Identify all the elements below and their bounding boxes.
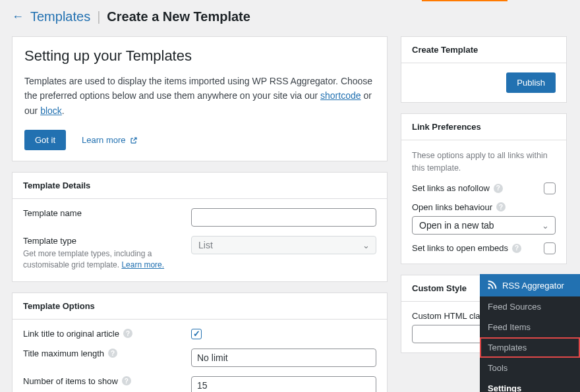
learn-more-link[interactable]: Learn more (82, 135, 137, 145)
create-template-heading: Create Template (401, 37, 566, 63)
template-name-label: Template name (23, 208, 191, 218)
admin-menu-item-templates[interactable]: Templates (480, 337, 580, 358)
nofollow-label: Set links as nofollow ? (412, 183, 538, 193)
link-preferences-heading: Link Preferences (401, 114, 566, 140)
setup-description: Templates are used to display the items … (24, 74, 375, 118)
template-type-select[interactable]: List (191, 236, 376, 254)
template-type-learn-more-link[interactable]: Learn more. (121, 260, 164, 269)
link-preferences-note: These options apply to all links within … (412, 150, 556, 175)
link-title-label: Link title to original article ? (23, 329, 191, 339)
template-details-panel: Template Details Template name Template … (12, 172, 388, 282)
template-options-heading: Template Options (13, 293, 387, 320)
page-title: Create a New Template (107, 9, 250, 24)
link-preferences-panel: Link Preferences These options apply to … (401, 113, 567, 264)
learn-more-label: Learn more (82, 135, 125, 145)
title-max-input[interactable] (191, 349, 376, 367)
breadcrumb: ← Templates | Create a New Template (12, 9, 568, 24)
open-embeds-label: Set links to open embeds ? (412, 243, 538, 253)
admin-menu-item-tools[interactable]: Tools (480, 358, 580, 378)
block-link[interactable]: block (40, 105, 62, 116)
admin-menu-header[interactable]: RSS Aggregator (480, 274, 580, 296)
template-details-heading: Template Details (13, 173, 387, 199)
got-it-button[interactable]: Got it (24, 130, 66, 150)
back-arrow-icon[interactable]: ← (12, 10, 24, 24)
create-template-panel: Create Template Publish (401, 36, 567, 103)
template-type-hint: Get more template types, including a cus… (23, 248, 191, 271)
breadcrumb-separator: | (97, 9, 100, 24)
link-title-checkbox[interactable] (191, 329, 202, 339)
breadcrumb-link-templates[interactable]: Templates (30, 9, 90, 24)
setup-panel: Setting up your Templates Templates are … (12, 36, 388, 161)
help-icon[interactable]: ? (512, 244, 521, 253)
open-links-behaviour-select[interactable]: Open in a new tab (412, 216, 556, 235)
admin-menu-item-feed-items[interactable]: Feed Items (480, 317, 580, 337)
setup-heading: Setting up your Templates (24, 47, 375, 65)
publish-button[interactable]: Publish (506, 72, 556, 93)
help-icon[interactable]: ? (494, 184, 503, 193)
shortcode-link[interactable]: shortcode (320, 90, 361, 101)
admin-menu-title: RSS Aggregator (502, 281, 564, 291)
external-link-icon (130, 136, 138, 144)
top-accent-bar (422, 0, 508, 1)
open-embeds-checkbox[interactable] (544, 242, 556, 254)
admin-menu: RSS Aggregator Feed Sources Feed Items T… (480, 274, 580, 392)
admin-menu-item-feed-sources[interactable]: Feed Sources (480, 296, 580, 317)
admin-menu-item-settings[interactable]: Settings (480, 378, 580, 392)
template-name-input[interactable] (191, 208, 376, 227)
help-icon[interactable]: ? (122, 376, 131, 385)
template-type-label: Template type (23, 236, 191, 246)
help-icon[interactable]: ? (496, 202, 506, 211)
template-options-panel: Template Options Link title to original … (12, 293, 388, 392)
help-icon[interactable]: ? (123, 329, 132, 338)
svg-point-0 (488, 287, 490, 289)
nofollow-checkbox[interactable] (544, 182, 556, 194)
num-items-label: Number of items to show ? (23, 376, 191, 386)
help-icon[interactable]: ? (108, 349, 117, 358)
open-links-behaviour-label: Open links behaviour ? (412, 202, 556, 212)
num-items-input[interactable] (191, 376, 376, 392)
title-max-label: Title maximum length ? (23, 349, 191, 358)
rss-icon (486, 280, 497, 291)
